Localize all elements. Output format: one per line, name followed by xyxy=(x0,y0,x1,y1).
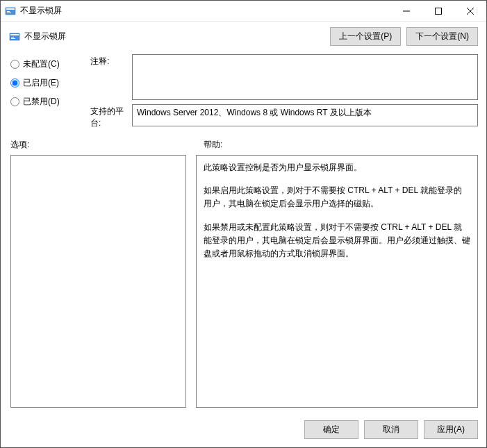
radio-disabled-input[interactable] xyxy=(10,97,19,106)
supported-on-text: Windows Server 2012、Windows 8 或 Windows … xyxy=(137,108,372,117)
comment-label: 注释: xyxy=(90,54,132,67)
radio-not-configured-input[interactable] xyxy=(10,60,19,69)
comment-textarea[interactable] xyxy=(132,54,478,100)
apply-button[interactable]: 应用(A) xyxy=(424,420,478,439)
svg-rect-4 xyxy=(436,8,442,14)
policy-title: 不显示锁屏 xyxy=(24,31,330,42)
config-section: 未配置(C) 已启用(E) 已禁用(D) 注释: 支持的平台: Windows … xyxy=(1,50,486,136)
maximize-button[interactable] xyxy=(422,1,454,21)
app-icon xyxy=(5,6,16,17)
fields-column: 注释: 支持的平台: Windows Server 2012、Windows 8… xyxy=(90,54,478,133)
help-label: 帮助: xyxy=(204,139,222,151)
close-button[interactable] xyxy=(454,1,486,21)
help-p3: 如果禁用或未配置此策略设置，则对于不需要按 CTRL + ALT + DEL 就… xyxy=(204,221,470,261)
comment-row: 注释: xyxy=(90,54,478,100)
help-p2: 如果启用此策略设置，则对于不需要按 CTRL + ALT + DEL 就能登录的… xyxy=(204,184,470,210)
ok-button[interactable]: 确定 xyxy=(304,420,358,439)
help-panel[interactable]: 此策略设置控制是否为用户显示锁屏界面。 如果启用此策略设置，则对于不需要按 CT… xyxy=(196,155,478,408)
svg-rect-7 xyxy=(11,37,14,38)
svg-rect-8 xyxy=(11,38,15,39)
radio-not-configured-label: 未配置(C) xyxy=(23,58,60,70)
svg-rect-6 xyxy=(10,34,19,35)
supported-on-box: Windows Server 2012、Windows 8 或 Windows … xyxy=(132,104,478,126)
radio-not-configured[interactable]: 未配置(C) xyxy=(10,58,90,70)
svg-rect-2 xyxy=(7,11,10,12)
help-p1: 此策略设置控制是否为用户显示锁屏界面。 xyxy=(204,161,470,174)
nav-buttons: 上一个设置(P) 下一个设置(N) xyxy=(330,27,478,46)
state-radio-group: 未配置(C) 已启用(E) 已禁用(D) xyxy=(10,54,90,133)
previous-setting-button[interactable]: 上一个设置(P) xyxy=(330,27,401,46)
titlebar: 不显示锁屏 xyxy=(1,1,486,22)
window-controls xyxy=(390,1,486,21)
options-panel[interactable] xyxy=(10,155,186,408)
policy-icon xyxy=(9,31,20,42)
cancel-button[interactable]: 取消 xyxy=(364,420,418,439)
panels-header: 选项: 帮助: xyxy=(1,136,486,154)
options-label: 选项: xyxy=(10,139,194,151)
next-setting-button[interactable]: 下一个设置(N) xyxy=(406,27,478,46)
radio-disabled-label: 已禁用(D) xyxy=(23,96,60,108)
radio-enabled-label: 已启用(E) xyxy=(23,77,59,89)
panels-row: 此策略设置控制是否为用户显示锁屏界面。 如果启用此策略设置，则对于不需要按 CT… xyxy=(1,154,486,415)
svg-rect-3 xyxy=(7,13,11,13)
radio-enabled-input[interactable] xyxy=(10,78,19,88)
platform-row: 支持的平台: Windows Server 2012、Windows 8 或 W… xyxy=(90,104,478,129)
window-title: 不显示锁屏 xyxy=(20,5,390,17)
header-row: 不显示锁屏 上一个设置(P) 下一个设置(N) xyxy=(1,22,486,50)
svg-rect-1 xyxy=(6,8,15,10)
policy-editor-window: 不显示锁屏 不显示锁屏 上一个设置(P) 下一个设置(N) xyxy=(0,0,487,448)
radio-disabled[interactable]: 已禁用(D) xyxy=(10,96,90,108)
footer: 确定 取消 应用(A) xyxy=(1,415,486,447)
radio-enabled[interactable]: 已启用(E) xyxy=(10,77,90,89)
platform-label: 支持的平台: xyxy=(90,104,132,129)
minimize-button[interactable] xyxy=(390,1,422,21)
